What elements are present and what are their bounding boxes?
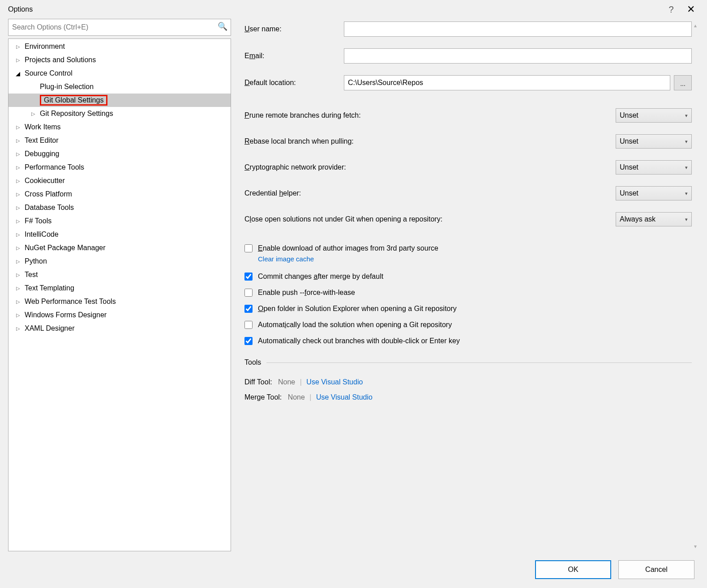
tree-collapsed-icon[interactable]: ▷ [14,138,22,144]
tree-collapsed-icon[interactable]: ▷ [14,245,22,251]
tree-item-label: Database Tools [25,204,74,212]
tree-collapsed-icon[interactable]: ▷ [14,259,22,264]
dialog-title: Options [8,5,661,13]
tree-collapsed-icon[interactable]: ▷ [14,124,22,130]
close-icon[interactable]: ✕ [681,4,701,15]
tree-item[interactable]: ▷Windows Forms Designer [9,308,231,322]
cred-helper-combo[interactable]: Unset▾ [616,186,692,200]
tree-expanded-icon[interactable]: ◢ [14,70,22,77]
tree-collapsed-icon[interactable]: ▷ [14,299,22,305]
tree-item-label: Work Items [25,123,61,131]
tree-collapsed-icon[interactable]: ▷ [14,312,22,318]
tree-item-label: Text Templating [25,284,74,292]
enable-force-push-label: Enable push --force-with-lease [258,289,355,297]
tree-item[interactable]: ▷Performance Tools [9,161,231,174]
tree-item[interactable]: ▷Cross Platform [9,187,231,201]
tree-item[interactable]: Git Global Settings [9,94,231,107]
prune-combo[interactable]: Unset▾ [616,108,692,123]
email-input[interactable] [344,48,692,64]
tree-item[interactable]: ◢Source Control [9,67,231,80]
browse-button[interactable]: ... [674,75,692,90]
chevron-down-icon: ▾ [685,217,688,222]
tree-collapsed-icon[interactable]: ▷ [14,151,22,157]
tree-item[interactable]: ▷NuGet Package Manager [9,241,231,255]
tree-collapsed-icon[interactable]: ▷ [14,218,22,224]
scrollbar[interactable]: ▴ ▾ [692,21,699,551]
close-solutions-label: Close open solutions not under Git when … [244,215,616,223]
tree-item[interactable]: ▷Web Performance Test Tools [9,295,231,308]
tree-item-label: XAML Designer [25,324,74,332]
tree-collapsed-icon[interactable]: ▷ [14,178,22,184]
auto-load-solution-checkbox[interactable] [244,321,253,329]
tree-item-label: F# Tools [25,217,51,225]
tree-item[interactable]: ▷Environment [9,40,231,53]
search-input[interactable] [8,19,231,36]
tree-item-label: Debugging [25,150,59,158]
tree-item[interactable]: ▷Cookiecutter [9,174,231,187]
tree-item-label: Python [25,257,47,265]
tree-item[interactable]: ▷Git Repository Settings [9,107,231,120]
scroll-down-icon[interactable]: ▾ [694,543,697,550]
default-location-label: Default location: [244,79,344,87]
tree-item-label: Plug-in Selection [40,83,94,91]
tree-item[interactable]: ▷F# Tools [9,214,231,228]
tree-item-label: Test [25,271,38,279]
ok-button[interactable]: OK [535,560,611,579]
scroll-up-icon[interactable]: ▴ [694,22,697,29]
tree-item[interactable]: ▷Debugging [9,147,231,161]
diff-tool-row: Diff Tool: None | Use Visual Studio [244,378,692,386]
tree-item[interactable]: ▷IntelliCode [9,228,231,241]
tree-item[interactable]: Plug-in Selection [9,80,231,94]
tree-item[interactable]: ▷Python [9,255,231,268]
tree-item[interactable]: ▷Database Tools [9,201,231,214]
tree-collapsed-icon[interactable]: ▷ [14,44,22,50]
divider [266,362,692,363]
tree-item-label: Cross Platform [25,190,72,198]
chevron-down-icon: ▾ [685,191,688,196]
tree-collapsed-icon[interactable]: ▷ [14,326,22,332]
chevron-down-icon: ▾ [685,113,688,119]
tree-item[interactable]: ▷Text Templating [9,281,231,295]
auto-checkout-branches-label: Automatically check out branches with do… [258,337,460,345]
tree-collapsed-icon[interactable]: ▷ [14,285,22,291]
tree-collapsed-icon[interactable]: ▷ [14,205,22,211]
tree-item[interactable]: ▷Test [9,268,231,281]
tree-item[interactable]: ▷Projects and Solutions [9,53,231,67]
tree-collapsed-icon[interactable]: ▷ [29,111,37,117]
rebase-combo[interactable]: Unset▾ [616,134,692,149]
tree-collapsed-icon[interactable]: ▷ [14,232,22,238]
rebase-label: Rebase local branch when pulling: [244,137,616,145]
options-tree[interactable]: ▷Environment▷Projects and Solutions◢Sour… [8,38,231,551]
close-solutions-combo[interactable]: Always ask▾ [616,212,692,226]
auto-checkout-branches-checkbox[interactable] [244,337,253,345]
username-input[interactable] [344,21,692,37]
open-folder-explorer-label: Open folder in Solution Explorer when op… [258,305,457,313]
cancel-button[interactable]: Cancel [618,560,694,579]
help-icon[interactable]: ? [661,4,681,15]
open-folder-explorer-checkbox[interactable] [244,305,253,313]
tree-item-label: Source Control [25,69,73,77]
diff-tool-use-vs-link[interactable]: Use Visual Studio [306,378,363,386]
merge-tool-use-vs-link[interactable]: Use Visual Studio [316,393,373,401]
tree-collapsed-icon[interactable]: ▷ [14,57,22,63]
tree-item[interactable]: ▷Text Editor [9,134,231,147]
default-location-input[interactable] [344,75,670,90]
tree-item[interactable]: ▷XAML Designer [9,322,231,335]
crypto-combo[interactable]: Unset▾ [616,160,692,175]
commit-after-merge-checkbox[interactable] [244,273,253,281]
tree-collapsed-icon[interactable]: ▷ [14,272,22,278]
tree-item-label: Git Global Settings [40,95,107,106]
enable-download-images-checkbox[interactable] [244,244,253,252]
enable-force-push-checkbox[interactable] [244,289,253,297]
tree-item[interactable]: ▷Work Items [9,120,231,134]
crypto-label: Cryptographic network provider: [244,163,616,171]
tree-item-label: IntelliCode [25,230,59,239]
commit-after-merge-label: Commit changes after merge by default [258,273,383,281]
tree-item-label: Windows Forms Designer [25,311,107,319]
tree-collapsed-icon[interactable]: ▷ [14,192,22,197]
username-label: User name: [244,25,344,33]
tree-item-label: Performance Tools [25,163,84,171]
tree-collapsed-icon[interactable]: ▷ [14,165,22,170]
tree-item-label: Cookiecutter [25,177,65,185]
clear-image-cache-link[interactable]: Clear image cache [258,255,314,263]
